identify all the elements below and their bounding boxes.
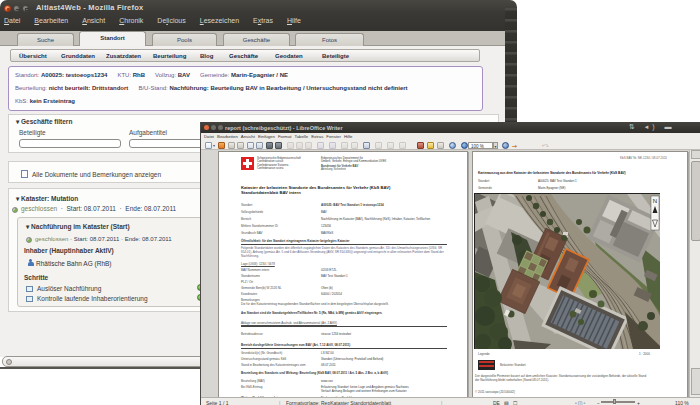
svg-text:N: N [653, 198, 657, 204]
